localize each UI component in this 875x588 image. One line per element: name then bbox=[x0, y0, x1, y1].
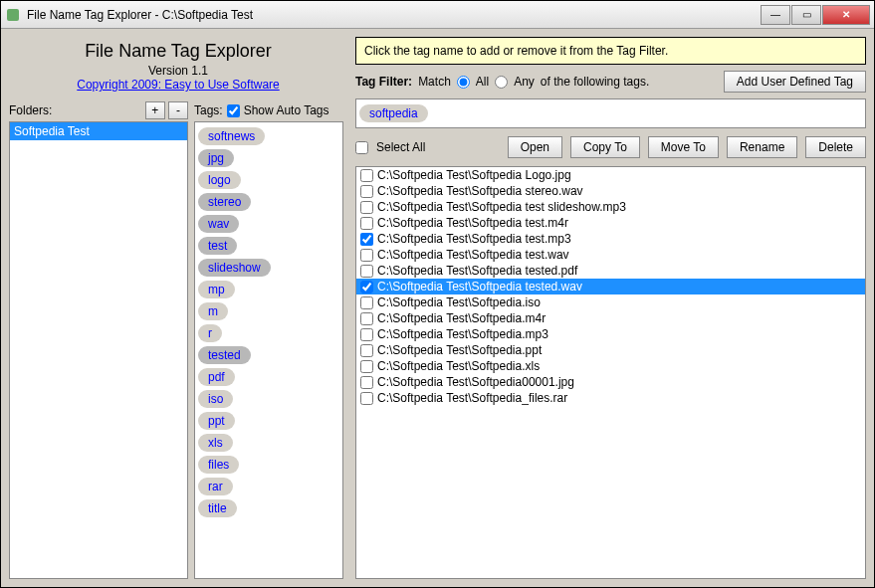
active-tag-pill[interactable]: softpedia bbox=[359, 104, 428, 122]
file-item[interactable]: C:\Softpedia Test\Softpedia00001.jpg bbox=[356, 374, 865, 390]
tag-pill[interactable]: xls bbox=[198, 434, 233, 452]
add-folder-button[interactable]: + bbox=[145, 101, 165, 119]
file-path: C:\Softpedia Test\Softpedia test.mp3 bbox=[377, 232, 571, 246]
match-all-radio[interactable] bbox=[457, 76, 470, 89]
copyright-link[interactable]: Copyright 2009: Easy to Use Software bbox=[77, 78, 279, 92]
file-path: C:\Softpedia Test\Softpedia Logo.jpg bbox=[377, 168, 571, 182]
file-path: C:\Softpedia Test\Softpedia.ppt bbox=[377, 343, 542, 357]
file-path: C:\Softpedia Test\Softpedia test.m4r bbox=[377, 216, 568, 230]
app-title: File Name Tag Explorer bbox=[9, 41, 347, 62]
file-item[interactable]: C:\Softpedia Test\Softpedia_files.rar bbox=[356, 390, 865, 406]
tag-list: softnewsjpglogostereowavtestslideshowmpm… bbox=[194, 121, 343, 579]
tag-pill[interactable]: pdf bbox=[198, 368, 235, 386]
file-checkbox[interactable] bbox=[360, 376, 373, 389]
file-item[interactable]: C:\Softpedia Test\Softpedia stereo.wav bbox=[356, 183, 865, 199]
tag-pill[interactable]: jpg bbox=[198, 149, 234, 167]
tag-pill[interactable]: test bbox=[198, 237, 237, 255]
file-checkbox[interactable] bbox=[360, 249, 373, 262]
delete-button[interactable]: Delete bbox=[805, 136, 866, 158]
tag-pill[interactable]: iso bbox=[198, 390, 233, 408]
hint-bar: Click the tag name to add or remove it f… bbox=[355, 37, 866, 65]
file-path: C:\Softpedia Test\Softpedia.xls bbox=[377, 359, 540, 373]
file-checkbox[interactable] bbox=[360, 201, 373, 214]
tag-pill[interactable]: wav bbox=[198, 215, 239, 233]
tags-label: Tags: bbox=[194, 103, 223, 117]
folder-list[interactable]: Softpedia Test bbox=[9, 121, 188, 579]
tag-pill[interactable]: ppt bbox=[198, 412, 235, 430]
file-path: C:\Softpedia Test\Softpedia test slidesh… bbox=[377, 200, 626, 214]
close-button[interactable]: ✕ bbox=[822, 5, 870, 25]
file-checkbox[interactable] bbox=[360, 392, 373, 405]
minimize-button[interactable]: — bbox=[761, 5, 790, 25]
tag-filter-label: Tag Filter: bbox=[355, 75, 412, 89]
match-label: Match bbox=[418, 75, 451, 89]
select-all-checkbox[interactable] bbox=[355, 141, 368, 154]
tag-pill[interactable]: files bbox=[198, 456, 239, 474]
show-auto-tags-checkbox[interactable] bbox=[227, 104, 240, 117]
file-item[interactable]: C:\Softpedia Test\Softpedia tested.pdf bbox=[356, 263, 865, 279]
open-button[interactable]: Open bbox=[508, 136, 562, 158]
files-panel: Select All Open Copy To Move To Rename D… bbox=[355, 132, 866, 579]
file-list[interactable]: C:\Softpedia Test\Softpedia Logo.jpgC:\S… bbox=[355, 166, 866, 579]
file-item[interactable]: C:\Softpedia Test\Softpedia test.m4r bbox=[356, 215, 865, 231]
file-path: C:\Softpedia Test\Softpedia test.wav bbox=[377, 248, 569, 262]
file-item[interactable]: C:\Softpedia Test\Softpedia.m4r bbox=[356, 310, 865, 326]
copy-to-button[interactable]: Copy To bbox=[570, 136, 640, 158]
tag-pill[interactable]: logo bbox=[198, 171, 241, 189]
file-item[interactable]: C:\Softpedia Test\Softpedia test.mp3 bbox=[356, 231, 865, 247]
file-item[interactable]: C:\Softpedia Test\Softpedia tested.wav bbox=[356, 279, 865, 294]
folders-column: Folders: + - Softpedia Test bbox=[9, 99, 188, 579]
file-checkbox[interactable] bbox=[360, 265, 373, 278]
file-checkbox[interactable] bbox=[360, 344, 373, 357]
file-path: C:\Softpedia Test\Softpedia00001.jpg bbox=[377, 375, 574, 389]
file-path: C:\Softpedia Test\Softpedia_files.rar bbox=[377, 391, 567, 405]
right-zone: Click the tag name to add or remove it f… bbox=[355, 37, 866, 579]
window-title: File Name Tag Explorer - C:\Softpedia Te… bbox=[27, 8, 760, 22]
tag-pill[interactable]: mp bbox=[198, 281, 235, 298]
app-window: File Name Tag Explorer - C:\Softpedia Te… bbox=[0, 0, 875, 588]
folders-label: Folders: bbox=[9, 103, 52, 117]
move-to-button[interactable]: Move To bbox=[648, 136, 719, 158]
tags-column: Tags: Show Auto Tags softnewsjpglogoster… bbox=[194, 99, 343, 579]
show-auto-tags-label: Show Auto Tags bbox=[244, 103, 329, 117]
file-checkbox[interactable] bbox=[360, 217, 373, 230]
maximize-button[interactable]: ▭ bbox=[791, 5, 821, 25]
file-checkbox[interactable] bbox=[360, 296, 373, 309]
left-zone: File Name Tag Explorer Version 1.1 Copyr… bbox=[9, 37, 347, 579]
file-path: C:\Softpedia Test\Softpedia tested.wav bbox=[377, 280, 582, 294]
match-suffix: of the following tags. bbox=[541, 75, 649, 89]
file-checkbox[interactable] bbox=[360, 185, 373, 198]
add-user-tag-button[interactable]: Add User Defined Tag bbox=[724, 71, 866, 93]
app-header: File Name Tag Explorer Version 1.1 Copyr… bbox=[9, 37, 347, 99]
file-item[interactable]: C:\Softpedia Test\Softpedia.ppt bbox=[356, 342, 865, 358]
file-item[interactable]: C:\Softpedia Test\Softpedia.iso bbox=[356, 294, 865, 310]
file-checkbox[interactable] bbox=[360, 233, 373, 246]
tag-pill[interactable]: rar bbox=[198, 478, 233, 495]
file-path: C:\Softpedia Test\Softpedia stereo.wav bbox=[377, 184, 583, 198]
file-checkbox[interactable] bbox=[360, 312, 373, 325]
file-path: C:\Softpedia Test\Softpedia.m4r bbox=[377, 311, 546, 325]
remove-folder-button[interactable]: - bbox=[168, 101, 188, 119]
file-checkbox[interactable] bbox=[360, 328, 373, 341]
tag-pill[interactable]: r bbox=[198, 324, 222, 342]
tag-pill[interactable]: tested bbox=[198, 346, 251, 364]
match-any-radio[interactable] bbox=[495, 76, 508, 89]
file-checkbox[interactable] bbox=[360, 169, 373, 182]
match-any-label: Any bbox=[514, 75, 535, 89]
file-path: C:\Softpedia Test\Softpedia.iso bbox=[377, 295, 541, 309]
file-item[interactable]: C:\Softpedia Test\Softpedia.xls bbox=[356, 358, 865, 374]
rename-button[interactable]: Rename bbox=[727, 136, 797, 158]
tag-pill[interactable]: title bbox=[198, 499, 237, 517]
tag-pill[interactable]: softnews bbox=[198, 127, 265, 145]
file-item[interactable]: C:\Softpedia Test\Softpedia test slidesh… bbox=[356, 199, 865, 215]
file-checkbox[interactable] bbox=[360, 281, 373, 294]
select-all-label: Select All bbox=[376, 140, 425, 154]
folder-item[interactable]: Softpedia Test bbox=[10, 122, 187, 140]
tag-pill[interactable]: m bbox=[198, 302, 228, 320]
file-item[interactable]: C:\Softpedia Test\Softpedia test.wav bbox=[356, 247, 865, 263]
file-checkbox[interactable] bbox=[360, 360, 373, 373]
tag-pill[interactable]: stereo bbox=[198, 193, 251, 211]
file-item[interactable]: C:\Softpedia Test\Softpedia.mp3 bbox=[356, 326, 865, 342]
file-item[interactable]: C:\Softpedia Test\Softpedia Logo.jpg bbox=[356, 167, 865, 183]
tag-pill[interactable]: slideshow bbox=[198, 259, 271, 277]
